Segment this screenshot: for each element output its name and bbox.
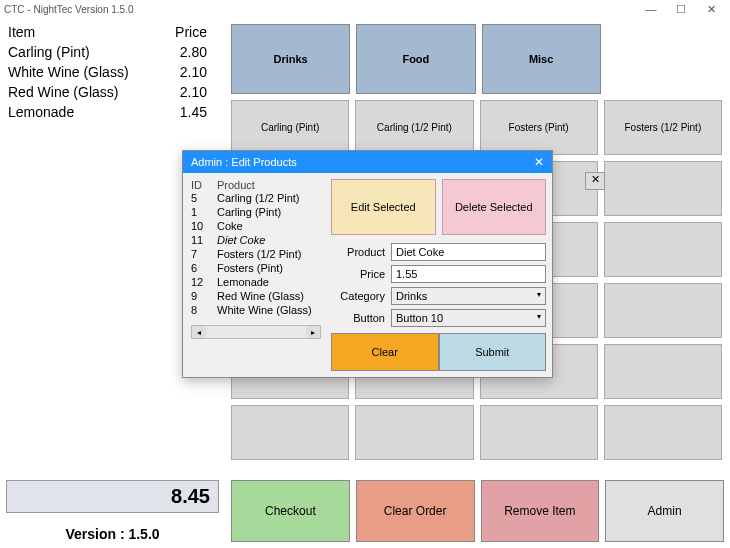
table-row: White Wine (Glass)2.10 — [8, 62, 217, 82]
product-button[interactable]: Fosters (Pint) — [480, 100, 598, 155]
product-button[interactable] — [604, 222, 722, 277]
admin-edit-products-dialog: Admin : Edit Products ✕ ID Product 5Carl… — [182, 150, 553, 378]
list-item[interactable]: 8White Wine (Glass) — [191, 303, 321, 317]
table-row: Red Wine (Glass)2.10 — [8, 82, 217, 102]
list-item[interactable]: 9Red Wine (Glass) — [191, 289, 321, 303]
list-item[interactable]: 6Fosters (Pint) — [191, 261, 321, 275]
list-item[interactable]: 5Carling (1/2 Pint) — [191, 191, 321, 205]
list-header-product: Product — [217, 179, 255, 191]
window-title: CTC - NightTec Version 1.5.0 — [4, 4, 134, 15]
scroll-right-icon[interactable]: ▸ — [306, 326, 320, 338]
remove-item-button[interactable]: Remove Item — [481, 480, 600, 542]
minimize-icon[interactable]: — — [636, 3, 666, 15]
button-label: Button — [331, 312, 385, 324]
list-item[interactable]: 12Lemonade — [191, 275, 321, 289]
category-food[interactable]: Food — [356, 24, 475, 94]
product-button[interactable] — [231, 405, 349, 460]
product-button[interactable] — [604, 344, 722, 399]
behind-dialog-close-icon[interactable]: ✕ — [585, 172, 605, 190]
category-drinks[interactable]: Drinks — [231, 24, 350, 94]
checkout-button[interactable]: Checkout — [231, 480, 350, 542]
product-button[interactable]: Carling (Pint) — [231, 100, 349, 155]
close-icon[interactable]: ✕ — [696, 3, 726, 16]
product-list: ID Product 5Carling (1/2 Pint) 1Carling … — [183, 173, 325, 377]
button-select[interactable]: Button 10 ▾ — [391, 309, 546, 327]
product-button[interactable] — [604, 405, 722, 460]
product-button[interactable] — [604, 283, 722, 338]
product-input[interactable] — [391, 243, 546, 261]
chevron-down-icon: ▾ — [537, 290, 541, 302]
clear-order-button[interactable]: Clear Order — [356, 480, 475, 542]
list-item[interactable]: 1Carling (Pint) — [191, 205, 321, 219]
category-label: Category — [331, 290, 385, 302]
edit-form: Edit Selected Delete Selected Product Pr… — [325, 173, 552, 377]
version-label: Version : 1.5.0 — [6, 526, 219, 542]
product-button[interactable]: Fosters (1/2 Pint) — [604, 100, 722, 155]
col-price: Price — [163, 22, 217, 42]
submit-button[interactable]: Submit — [439, 333, 547, 371]
col-item: Item — [8, 22, 163, 42]
scroll-left-icon[interactable]: ◂ — [192, 326, 206, 338]
price-input[interactable] — [391, 265, 546, 283]
maximize-icon[interactable]: ☐ — [666, 3, 696, 16]
product-button[interactable] — [604, 161, 722, 216]
table-row: Lemonade1.45 — [8, 102, 217, 122]
dialog-close-icon[interactable]: ✕ — [534, 155, 544, 169]
clear-button[interactable]: Clear — [331, 333, 439, 371]
order-total: 8.45 — [6, 480, 219, 513]
list-item[interactable]: 7Fosters (1/2 Pint) — [191, 247, 321, 261]
product-button[interactable] — [480, 405, 598, 460]
product-button[interactable]: Carling (1/2 Pint) — [355, 100, 473, 155]
list-item[interactable]: 10Coke — [191, 219, 321, 233]
delete-selected-button[interactable]: Delete Selected — [442, 179, 547, 235]
dialog-title: Admin : Edit Products — [191, 156, 297, 168]
product-label: Product — [331, 246, 385, 258]
table-row: Carling (Pint)2.80 — [8, 42, 217, 62]
chevron-down-icon: ▾ — [537, 312, 541, 324]
category-misc[interactable]: Misc — [482, 24, 601, 94]
edit-selected-button[interactable]: Edit Selected — [331, 179, 436, 235]
list-header-id: ID — [191, 179, 209, 191]
category-select[interactable]: Drinks ▾ — [391, 287, 546, 305]
horizontal-scrollbar[interactable]: ◂ ▸ — [191, 325, 321, 339]
category-blank — [607, 24, 724, 94]
list-item[interactable]: 11Diet Coke — [191, 233, 321, 247]
product-button[interactable] — [355, 405, 473, 460]
order-table: Item Price Carling (Pint)2.80 White Wine… — [8, 22, 217, 122]
price-label: Price — [331, 268, 385, 280]
admin-button[interactable]: Admin — [605, 480, 724, 542]
